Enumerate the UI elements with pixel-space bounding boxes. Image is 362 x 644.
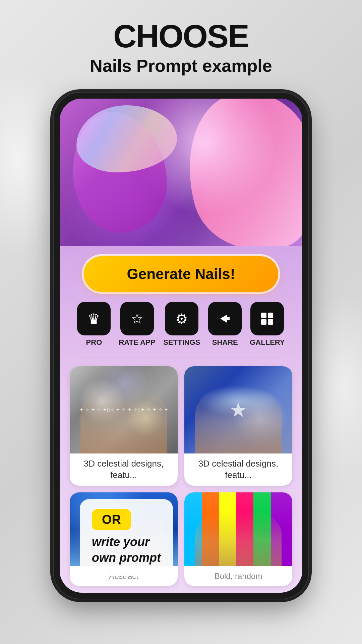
divider — [84, 357, 278, 358]
settings-action[interactable]: ⚙ SETTINGS — [163, 302, 200, 347]
generate-nails-button[interactable]: Generate Nails! — [84, 256, 278, 292]
or-badge: OR — [92, 509, 131, 530]
nail-card-2-label: 3D celestial designs, featu... — [184, 453, 292, 486]
nail-cards-grid: 3D celestial designs, featu... 3D celest… — [60, 361, 302, 593]
or-prompt-text: write yourown prompt — [92, 534, 161, 566]
page-title: CHOOSE — [113, 20, 249, 52]
rate-app-label: RATE APP — [119, 338, 155, 347]
settings-label: SETTINGS — [163, 338, 200, 347]
svg-rect-1 — [268, 313, 273, 318]
nail-card-1-label: 3D celestial designs, featu... — [70, 453, 178, 486]
nail-card-4-label: Bold, random — [184, 566, 292, 586]
gallery-icon — [250, 302, 284, 335]
hand-overlay-1 — [80, 387, 167, 453]
pro-label: PRO — [86, 338, 102, 347]
nail-card-2[interactable]: 3D celestial designs, featu... — [184, 366, 292, 486]
share-label: SHARE — [212, 338, 238, 347]
hand-overlay-4 — [195, 511, 282, 566]
gear-icon: ⚙ — [165, 302, 198, 335]
nail-image-colorful-stripes — [184, 492, 292, 566]
nail-image-silver-glitter — [70, 366, 178, 453]
pro-icon: ♛ — [77, 302, 111, 335]
nail-card-1[interactable]: 3D celestial designs, featu... — [70, 366, 178, 486]
nail-card-3[interactable]: Abstract OR write yourown prompt — [70, 492, 178, 586]
phone-inner: Generate Nails! ♛ PRO ☆ RATE APP ⚙ SETTI… — [60, 99, 302, 593]
hand-overlay-2 — [195, 387, 282, 453]
svg-rect-2 — [261, 319, 266, 325]
phone-frame: Generate Nails! ♛ PRO ☆ RATE APP ⚙ SETTI… — [54, 93, 308, 599]
rate-app-action[interactable]: ☆ RATE APP — [119, 302, 155, 347]
svg-rect-0 — [261, 313, 266, 318]
generate-button-wrapper: Generate Nails! — [60, 246, 302, 299]
nail-image-blue-cat-eye — [184, 366, 292, 453]
or-prompt-overlay: OR write yourown prompt — [80, 499, 173, 576]
gallery-label: GALLERY — [250, 338, 285, 347]
share-action[interactable]: SHARE — [208, 302, 242, 347]
hero-image — [60, 99, 302, 246]
gallery-action[interactable]: GALLERY — [250, 302, 285, 347]
page-subtitle: Nails Prompt example — [90, 56, 272, 76]
pro-action[interactable]: ♛ PRO — [77, 302, 111, 347]
star-icon: ☆ — [120, 302, 154, 335]
nail-card-4[interactable]: Bold, random — [184, 492, 292, 586]
action-icons-row: ♛ PRO ☆ RATE APP ⚙ SETTINGS SHARE — [60, 299, 302, 354]
share-icon — [208, 302, 242, 335]
svg-rect-3 — [268, 319, 273, 325]
